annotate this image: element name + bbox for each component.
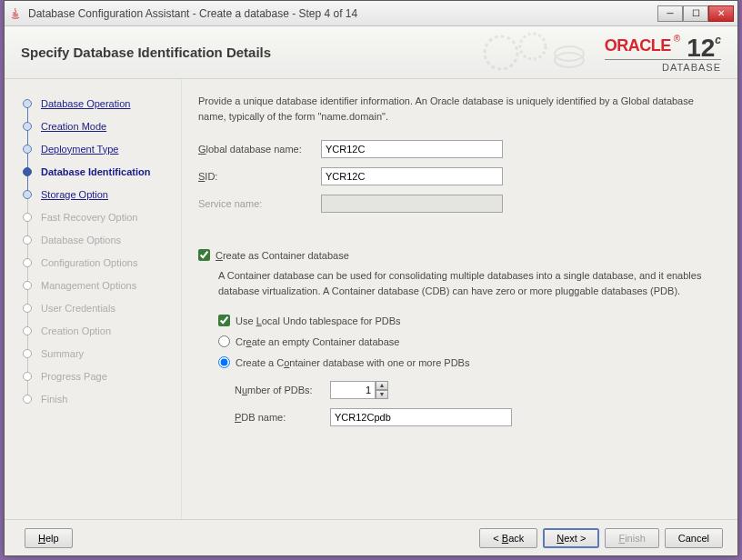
- service-name-label: Service name:: [198, 198, 321, 209]
- step-fast-recovery: Fast Recovery Option: [5, 205, 181, 228]
- help-button[interactable]: Help: [25, 528, 73, 548]
- wizard-footer: Help < Back Next > Finish Cancel: [5, 519, 737, 555]
- with-pdb-radio[interactable]: [218, 356, 230, 368]
- titlebar[interactable]: Database Configuration Assistant - Creat…: [5, 1, 737, 26]
- cancel-button[interactable]: Cancel: [665, 528, 723, 548]
- local-undo-label[interactable]: Use Local Undo tablespace for PDBs: [236, 315, 401, 326]
- sid-input[interactable]: [321, 167, 503, 185]
- create-container-label[interactable]: Create as Container database: [216, 250, 349, 261]
- close-button[interactable]: ✕: [708, 5, 734, 22]
- step-management-options: Management Options: [5, 274, 181, 296]
- pdb-name-input[interactable]: [330, 408, 512, 426]
- step-summary: Summary: [5, 342, 181, 365]
- step-database-options: Database Options: [5, 228, 181, 251]
- num-pdb-label: Number of PDBs:: [235, 385, 330, 395]
- step-deployment-type[interactable]: Deployment Type: [5, 137, 181, 160]
- svg-point-2: [555, 46, 584, 61]
- back-button[interactable]: < Back: [479, 528, 537, 548]
- container-description: A Container database can be used for con…: [218, 268, 716, 298]
- num-pdb-input[interactable]: [330, 381, 376, 399]
- main-window: Database Configuration Assistant - Creat…: [4, 0, 738, 556]
- window-title: Database Configuration Assistant - Creat…: [28, 7, 657, 20]
- local-undo-checkbox[interactable]: [218, 315, 230, 326]
- pdb-name-label: PDB name:: [235, 412, 330, 423]
- step-finish: Finish: [5, 387, 181, 410]
- oracle-brand-text: ORACLE: [605, 36, 671, 55]
- step-progress-page: Progress Page: [5, 365, 181, 387]
- svg-point-0: [485, 36, 517, 69]
- step-configuration-options: Configuration Options: [5, 251, 181, 274]
- page-header: Specify Database Identification Details …: [5, 26, 737, 79]
- wizard-sidebar: Database Operation Creation Mode Deploym…: [5, 79, 182, 519]
- service-name-input: [321, 195, 503, 213]
- step-user-credentials: User Credentials: [5, 296, 181, 319]
- empty-container-radio[interactable]: [218, 335, 230, 347]
- step-creation-option: Creation Option: [5, 319, 181, 342]
- minimize-button[interactable]: ─: [657, 5, 683, 22]
- svg-point-1: [520, 34, 546, 59]
- java-icon: [8, 6, 23, 21]
- step-creation-mode[interactable]: Creation Mode: [5, 115, 181, 137]
- step-database-identification: Database Identification: [5, 160, 181, 183]
- gear-decoration-icon: [483, 28, 592, 78]
- oracle-logo: ORACLE ® 12c DATABASE: [605, 34, 721, 73]
- with-pdb-label[interactable]: Create a Container database with one or …: [236, 357, 469, 368]
- main-panel: Provide a unique database identifier inf…: [182, 79, 737, 519]
- empty-container-label[interactable]: Create an empty Container database: [236, 336, 399, 347]
- sid-label: SID:: [198, 171, 321, 182]
- svg-point-3: [555, 53, 584, 67]
- num-pdb-up-button[interactable]: ▲: [376, 381, 388, 390]
- maximize-button[interactable]: ☐: [683, 5, 708, 22]
- next-button[interactable]: Next >: [543, 528, 599, 548]
- global-db-name-label: Global database name:: [198, 144, 321, 155]
- intro-text: Provide a unique database identifier inf…: [198, 94, 716, 124]
- global-db-name-input[interactable]: [321, 140, 503, 158]
- page-title: Specify Database Identification Details: [21, 45, 271, 60]
- create-container-checkbox[interactable]: [198, 249, 210, 261]
- num-pdb-down-button[interactable]: ▼: [376, 390, 388, 399]
- step-database-operation[interactable]: Database Operation: [5, 92, 181, 115]
- finish-button: Finish: [605, 528, 658, 548]
- step-storage-option[interactable]: Storage Option: [5, 183, 181, 205]
